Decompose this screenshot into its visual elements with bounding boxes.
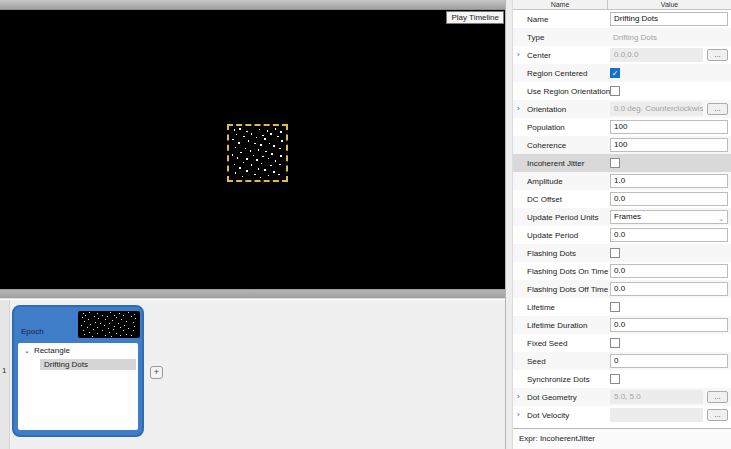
expand-chevron-icon[interactable]: ›: [517, 411, 520, 419]
canvas-top-scrollbar[interactable]: [0, 0, 505, 10]
ellipsis-button[interactable]: ...: [707, 391, 728, 403]
column-header-name[interactable]: Name: [513, 0, 608, 9]
property-row-amplitude[interactable]: Amplitude1.0: [513, 172, 731, 190]
dot: [254, 143, 256, 145]
property-row-synchronize-dots[interactable]: Synchronize Dots: [513, 370, 731, 388]
property-label: Use Region Orientation: [527, 87, 610, 96]
chevron-down-icon: ⌄: [718, 213, 724, 225]
checkbox-unchecked[interactable]: [610, 158, 620, 168]
checkbox-unchecked[interactable]: [610, 86, 620, 96]
property-row-flashing-dots[interactable]: Flashing Dots: [513, 244, 731, 262]
expand-chevron-icon[interactable]: ›: [517, 51, 520, 59]
property-row-dot-velocity[interactable]: ›Dot Velocity...: [513, 406, 731, 424]
property-row-flashing-dots-off-time[interactable]: Flashing Dots Off Time0.0: [513, 280, 731, 298]
ellipsis-button[interactable]: ...: [707, 103, 728, 115]
dot: [240, 152, 242, 154]
property-row-region-centered[interactable]: Region Centered✓: [513, 64, 731, 82]
dot: [267, 130, 269, 132]
property-row-orientation[interactable]: ›Orientation0.0 deg. Counterclockwise...: [513, 100, 731, 118]
dot: [279, 164, 281, 166]
dot: [119, 313, 120, 314]
dot: [270, 133, 272, 135]
tree-item-rectangle[interactable]: ⌄Rectangle: [24, 346, 70, 355]
tree-item-drifting-dots[interactable]: Drifting Dots: [40, 359, 136, 370]
dot: [121, 319, 122, 320]
property-row-update-period[interactable]: Update Period0.0: [513, 226, 731, 244]
dot: [126, 334, 127, 335]
play-timeline-button[interactable]: Play Timeline: [446, 11, 504, 24]
dot: [254, 174, 256, 176]
property-row-incoherent-jitter[interactable]: Incoherent Jitter: [513, 154, 731, 172]
checkbox-unchecked[interactable]: [610, 302, 620, 312]
properties-panel: Name Value NameDrifting DotsTypeDrifting…: [513, 0, 731, 449]
timeline-panel: 1 Epoch ⌄Rectangle Drifting Dots +: [0, 300, 505, 449]
ellipsis-button[interactable]: ...: [707, 409, 728, 421]
property-input[interactable]: 100: [610, 120, 728, 134]
dot: [264, 138, 266, 140]
panel-splitter[interactable]: [505, 0, 513, 449]
property-row-coherence[interactable]: Coherence100: [513, 136, 731, 154]
property-row-seed[interactable]: Seed0: [513, 352, 731, 370]
dot: [248, 140, 250, 142]
dot: [278, 174, 280, 176]
property-readonly-value: 5.0, 5.0: [610, 390, 703, 404]
column-header-value[interactable]: Value: [608, 0, 731, 9]
stimulus-selection-marquee[interactable]: [227, 124, 288, 182]
property-dropdown[interactable]: Frames⌄: [610, 210, 728, 224]
property-input[interactable]: 0.0: [610, 282, 728, 296]
property-input[interactable]: 100: [610, 138, 728, 152]
dot: [113, 329, 114, 330]
canvas-bottom-scrollbar[interactable]: [0, 289, 505, 299]
dot: [97, 333, 98, 334]
property-row-population[interactable]: Population100: [513, 118, 731, 136]
dot: [237, 157, 239, 159]
drifting-dots-stimulus[interactable]: [227, 124, 288, 182]
property-row-lifetime-duration[interactable]: Lifetime Duration0.0: [513, 316, 731, 334]
property-input[interactable]: 0.0: [610, 228, 728, 242]
epoch-card[interactable]: Epoch ⌄Rectangle Drifting Dots: [12, 305, 144, 437]
checkbox-checked[interactable]: ✓: [610, 68, 620, 78]
property-label: Amplitude: [527, 177, 563, 186]
property-row-update-period-units[interactable]: Update Period UnitsFrames⌄: [513, 208, 731, 226]
preview-canvas[interactable]: Play Timeline: [0, 10, 505, 289]
dot: [114, 315, 115, 316]
dot: [236, 134, 238, 136]
checkbox-unchecked[interactable]: [610, 374, 620, 384]
property-row-dot-geometry[interactable]: ›Dot Geometry5.0, 5.0...: [513, 388, 731, 406]
property-input[interactable]: 1.0: [610, 174, 728, 188]
property-row-flashing-dots-on-time[interactable]: Flashing Dots On Time0.0: [513, 262, 731, 280]
dot: [235, 147, 237, 149]
add-epoch-button[interactable]: +: [150, 366, 163, 379]
checkbox-unchecked[interactable]: [610, 248, 620, 258]
dot: [260, 177, 262, 179]
dot: [251, 133, 253, 135]
dot: [246, 158, 248, 160]
property-row-type[interactable]: TypeDrifting Dots: [513, 28, 731, 46]
property-input[interactable]: Drifting Dots: [610, 12, 728, 26]
dot: [116, 333, 117, 334]
checkbox-unchecked[interactable]: [610, 338, 620, 348]
chevron-down-icon[interactable]: ⌄: [24, 347, 30, 355]
dot: [108, 328, 109, 329]
property-input[interactable]: 0: [610, 354, 728, 368]
ellipsis-button[interactable]: ...: [707, 49, 728, 61]
dot: [234, 164, 236, 166]
property-input[interactable]: 0.0: [610, 192, 728, 206]
property-row-name[interactable]: NameDrifting Dots: [513, 10, 731, 28]
property-label: Flashing Dots On Time: [527, 267, 608, 276]
property-input[interactable]: 0.0: [610, 264, 728, 278]
expand-chevron-icon[interactable]: ›: [517, 393, 520, 401]
property-row-fixed-seed[interactable]: Fixed Seed: [513, 334, 731, 352]
property-row-dc-offset[interactable]: DC Offset0.0: [513, 190, 731, 208]
app-window: Play Timeline 1 Epoch ⌄Rectangle Driftin…: [0, 0, 731, 449]
dot: [239, 167, 241, 169]
property-row-use-region-orientation[interactable]: Use Region Orientation: [513, 82, 731, 100]
dot: [98, 318, 99, 319]
dot: [246, 131, 248, 133]
property-row-center[interactable]: ›Center0.0,0.0...: [513, 46, 731, 64]
property-readonly-value: 0.0 deg. Counterclockwise: [610, 102, 703, 116]
property-row-lifetime[interactable]: Lifetime: [513, 298, 731, 316]
expand-chevron-icon[interactable]: ›: [517, 105, 520, 113]
property-input[interactable]: 0.0: [610, 318, 728, 332]
property-label: Population: [527, 123, 565, 132]
